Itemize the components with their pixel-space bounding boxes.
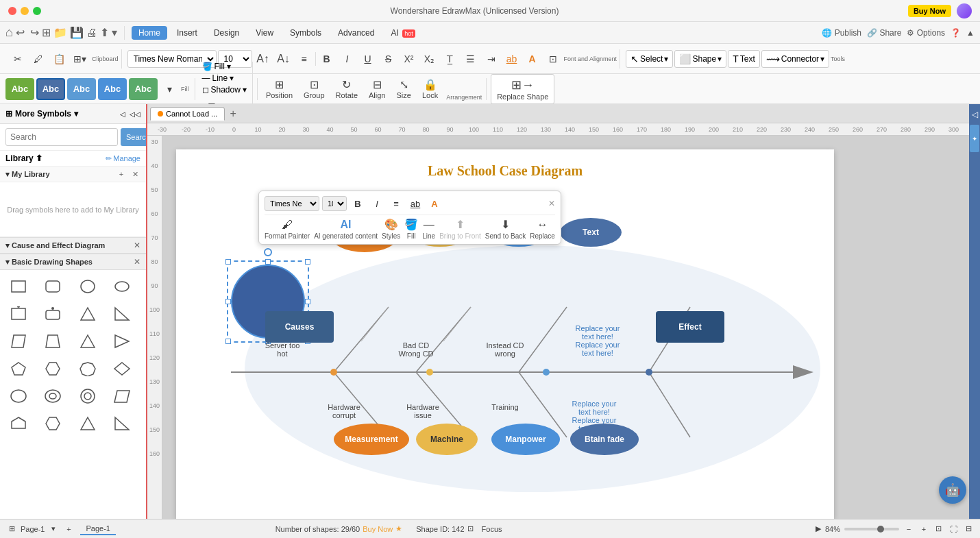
bottom-buy-now[interactable]: Buy Now <box>363 525 393 533</box>
search-input[interactable] <box>5 128 118 146</box>
style-swatch-3[interactable]: Abc <box>67 78 96 100</box>
node-btain-fade[interactable]: Btain fade <box>570 424 639 455</box>
shape-pentagon2[interactable] <box>5 411 32 436</box>
zoom-thumb[interactable] <box>877 526 884 533</box>
focus-btn[interactable]: Focus <box>482 525 502 533</box>
ft-bold-btn[interactable]: B <box>350 195 366 212</box>
text-format-btn[interactable]: T̲ <box>441 49 460 69</box>
menu-view[interactable]: View <box>249 26 280 40</box>
my-library-close-btn[interactable]: ✕ <box>130 169 140 180</box>
text-dropdown[interactable]: T Text <box>728 50 760 68</box>
shape-ellipse2[interactable] <box>5 384 32 408</box>
shape-tri2[interactable] <box>75 329 101 354</box>
shape-rtriangle[interactable] <box>109 302 135 326</box>
align-btn[interactable]: ≡ <box>295 49 314 69</box>
maximize-button[interactable] <box>33 7 41 15</box>
shape-triangle[interactable] <box>75 302 101 326</box>
diagram-canvas[interactable]: Law School Case Diagram <box>176 149 834 519</box>
lock-btn[interactable]: 🔒 Lock <box>418 77 442 101</box>
undo-icon[interactable]: ↩ <box>16 26 25 39</box>
handle-tc[interactable] <box>265 259 271 265</box>
panel-expand-btn[interactable]: ◁◁ <box>130 108 140 119</box>
cut-btn[interactable]: ✂ <box>8 49 27 69</box>
my-library-add-btn[interactable]: + <box>116 169 127 180</box>
ft-italic-btn[interactable]: I <box>369 195 385 212</box>
shape-oval[interactable] <box>109 274 135 299</box>
fill-row[interactable]: 🪣 Fill ▾ <box>202 62 247 71</box>
ft-align-btn[interactable]: ≡ <box>388 195 404 212</box>
ft-ai-content[interactable]: AI AI generated content <box>314 219 378 240</box>
shape-rounded-rect[interactable] <box>40 274 66 299</box>
menu-advanced[interactable]: Advanced <box>331 26 381 40</box>
style-swatch-2[interactable]: Abc <box>36 78 65 100</box>
styles-more-btn[interactable]: ▾ <box>160 80 179 99</box>
shape-rtri2[interactable] <box>109 329 135 354</box>
zoom-in-btn[interactable]: + <box>918 524 929 535</box>
manage-link[interactable]: ✏ Manage <box>106 154 140 163</box>
shape-ring2[interactable] <box>75 384 101 408</box>
cause-effect-close-btn[interactable]: ✕ <box>134 241 140 250</box>
share-btn[interactable]: 🔗 Share <box>867 28 901 38</box>
shadow-row[interactable]: ◻ Shadow ▾ <box>202 85 247 95</box>
node-measurement[interactable]: Measurement <box>334 424 409 455</box>
node-effect[interactable]: Effect <box>656 311 724 343</box>
basic-shapes-close-btn[interactable]: ✕ <box>134 257 140 267</box>
chat-button[interactable]: 🤖 <box>939 476 966 504</box>
shape-parallelogram2[interactable] <box>109 384 135 408</box>
shape-square[interactable] <box>5 274 32 299</box>
ft-close-btn[interactable]: ✕ <box>548 199 555 208</box>
handle-tr[interactable] <box>305 259 310 265</box>
align-btn2[interactable]: ⊟ Align <box>365 77 389 101</box>
style-swatch-5[interactable]: Abc <box>129 78 158 100</box>
node-machine[interactable]: Machine <box>416 424 478 455</box>
export-icon[interactable]: ⬆ <box>100 26 109 39</box>
italic-btn[interactable]: I <box>338 49 357 69</box>
paste-btn[interactable]: 📋 <box>49 49 69 69</box>
subscript-btn[interactable]: X₂ <box>420 49 439 69</box>
new-icon[interactable]: ⊞ <box>42 26 51 39</box>
shape-ring[interactable] <box>40 384 66 408</box>
style-swatch-4[interactable]: Abc <box>98 78 127 100</box>
ft-color-btn[interactable]: A <box>426 195 443 212</box>
font-increase-btn[interactable]: A↑ <box>254 49 273 69</box>
collapse-btn[interactable]: ▲ <box>966 28 975 38</box>
line-row[interactable]: — Line ▾ <box>202 73 247 83</box>
tab-cannot-load[interactable]: Cannot Load ... <box>150 107 225 121</box>
ft-replace[interactable]: ↔ Replace <box>530 219 555 240</box>
menu-home[interactable]: Home <box>132 26 167 40</box>
expand-font-btn[interactable]: ⊡ <box>543 49 563 69</box>
menu-insert[interactable]: Insert <box>170 26 204 40</box>
menu-design[interactable]: Design <box>207 26 246 40</box>
ft-font-select[interactable]: Times Ne <box>265 196 319 211</box>
right-panel-icon[interactable]: ✦ <box>970 125 979 152</box>
menu-symbols[interactable]: Symbols <box>283 26 328 40</box>
home-icon[interactable]: ⌂ <box>5 25 13 40</box>
underline-btn[interactable]: U <box>358 49 378 69</box>
shape-heptagon[interactable] <box>75 356 101 381</box>
bold-btn[interactable]: B <box>317 49 336 69</box>
zoom-out-btn[interactable]: − <box>903 524 914 535</box>
select-dropdown[interactable]: ↖ Select ▾ <box>626 50 673 68</box>
redo-icon[interactable]: ↪ <box>30 26 39 39</box>
fit-btn[interactable]: ⊡ <box>933 524 944 535</box>
right-panel-collapse-btn[interactable]: ◁ <box>972 110 978 119</box>
shape-pentagon[interactable] <box>5 356 32 381</box>
panel-collapse-btn[interactable]: ◁ <box>117 108 128 119</box>
layout-btn[interactable]: ⊟ <box>964 524 975 535</box>
copy-format-btn[interactable]: 🖊 <box>29 49 48 69</box>
publish-btn[interactable]: 🌐 Publish <box>822 28 861 38</box>
rotate-handle[interactable] <box>264 248 272 256</box>
handle-ml[interactable] <box>225 299 231 304</box>
strikethrough-btn[interactable]: S <box>379 49 398 69</box>
help-btn[interactable]: ❓ <box>951 28 961 38</box>
node-text[interactable]: Text <box>560 218 622 247</box>
shape-dropdown[interactable]: ⬜ Shape ▾ <box>674 50 726 68</box>
ft-underline-btn[interactable]: ab <box>407 195 424 212</box>
buy-now-button[interactable]: Buy Now <box>908 5 951 17</box>
ft-bring-front[interactable]: ⬆ Bring to Front <box>439 218 481 240</box>
ft-line[interactable]: — Line <box>422 219 435 240</box>
handle-tl[interactable] <box>225 259 231 265</box>
indent-btn[interactable]: ⇥ <box>482 49 501 69</box>
ft-styles[interactable]: 🎨 Styles <box>382 218 400 240</box>
rotate-btn[interactable]: ↻ Rotate <box>332 77 362 101</box>
